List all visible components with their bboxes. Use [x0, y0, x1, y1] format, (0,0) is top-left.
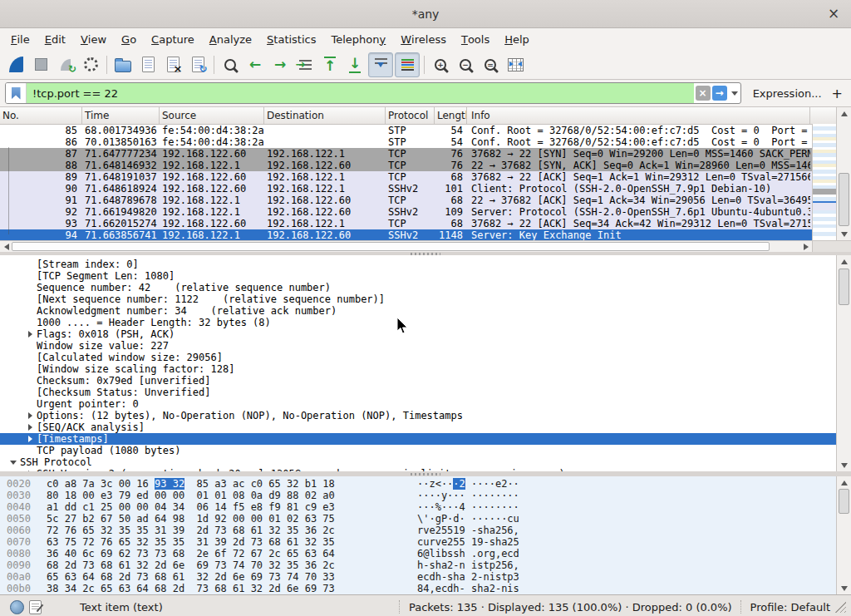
packet-row-92[interactable]: 92 71.661949820 192.168.122.1 192.168.12… [0, 206, 851, 218]
detail-line[interactable]: Checksum: 0x79ed [unverified] [0, 375, 851, 387]
capture-restart-button[interactable] [54, 53, 77, 76]
hex-ascii[interactable]: \'·gP·d· ······cu [417, 513, 519, 525]
resize-columns-button[interactable] [504, 53, 527, 76]
detail-line[interactable]: Window size value: 227 [0, 340, 851, 352]
hex-row[interactable]: 00a0 65 63 64 68 2d 73 68 61 32 2d 6e 69… [0, 571, 851, 583]
ascii[interactable]: ···%···4 ········ [417, 501, 519, 513]
hex-ascii[interactable]: 6@libssh .org,ecd [417, 548, 519, 559]
hex-row[interactable]: 0060 72 76 65 32 35 35 31 39 2d 73 68 61… [0, 525, 851, 536]
expression-button[interactable]: Expression... [753, 87, 822, 100]
colorize-button[interactable] [395, 52, 420, 77]
hex-row[interactable]: 0070 63 75 72 76 65 32 35 35 31 39 2d 73… [0, 536, 851, 548]
hex-row[interactable]: 0080 36 40 6c 69 62 73 73 68 2e 6f 72 67… [0, 548, 851, 559]
ascii[interactable]: 6@libssh .org,ecd [417, 548, 519, 559]
add-filter-button[interactable]: + [832, 86, 843, 101]
file-reload-button[interactable] [186, 53, 209, 76]
packet-row-90[interactable]: 90 71.648618924 192.168.122.60 192.168.1… [0, 183, 851, 195]
scroll-down-icon[interactable] [837, 229, 851, 240]
packet-row-94[interactable]: 94 71.663856741 192.168.122.1 192.168.12… [0, 229, 851, 241]
scroll-up-icon[interactable] [837, 107, 851, 119]
bytes[interactable]: a1 dd c1 25 00 00 04 34 06 14 f5 e8 f9 8… [47, 501, 335, 513]
resize-grip-icon[interactable] [835, 602, 846, 613]
intelligent-scrollbar-minimap[interactable] [812, 124, 837, 240]
hex-ascii[interactable]: h-sha2-n istp256, [417, 559, 519, 571]
filter-bookmark-button[interactable] [6, 83, 27, 103]
hex-bytes[interactable]: c0 a8 7a 3c 00 16 93 32 85 a3 ac c0 65 3… [47, 478, 342, 490]
hex-ascii[interactable]: 84,ecdh- sha2-nis [417, 583, 519, 594]
hex-row[interactable]: 0050 5c 27 b2 67 50 ad 64 98 1d 92 00 00… [0, 513, 851, 525]
menu-item-help[interactable]: Help [497, 28, 537, 50]
packet-row-91[interactable]: 91 71.648789678 192.168.122.1 192.168.12… [0, 195, 851, 206]
detail-line[interactable]: [Stream index: 0] [0, 259, 851, 270]
packet-list-hscrollbar[interactable] [0, 240, 812, 252]
hex-bytes[interactable]: 65 63 64 68 2d 73 68 61 32 2d 6e 69 73 7… [47, 571, 342, 583]
expert-info-icon[interactable] [10, 600, 24, 614]
go-last-button[interactable]: ↓ [343, 53, 366, 76]
packet-row-86[interactable]: 86 70.013850163 fe:54:00:d4:38:2a STP 54… [0, 136, 851, 148]
hex-bytes[interactable]: 72 76 65 32 35 35 31 39 2d 73 68 61 32 3… [47, 525, 342, 536]
detail-line[interactable]: Acknowledgment number: 34 (relative ack … [0, 305, 851, 317]
detail-line[interactable]: Flags: 0x018 (PSH, ACK) [0, 328, 851, 340]
ascii[interactable]: h-sha2-n istp256, [417, 559, 519, 571]
detail-line[interactable]: 1000 .... = Header Length: 32 bytes (8) [0, 317, 851, 328]
scrollbar-thumb[interactable] [839, 173, 849, 226]
column-header-time[interactable]: Time [82, 107, 160, 124]
hex-row[interactable]: 00b0 38 34 2c 65 63 64 68 2d 73 68 61 32… [0, 583, 851, 594]
scrollbar-thumb[interactable] [839, 269, 849, 305]
bytes[interactable]: 36 40 6c 69 62 73 73 68 2e 6f 72 67 2c 6… [47, 548, 335, 559]
ascii[interactable]: rve25519 -sha256, [417, 525, 519, 536]
detail-line[interactable]: SSH Protocol [0, 456, 851, 468]
expand-arrow[interactable] [7, 461, 20, 465]
column-header-no[interactable]: No. [0, 107, 82, 124]
capture-start-button[interactable] [4, 53, 27, 76]
hex-row[interactable]: 0020 c0 a8 7a 3c 00 16 93 32 85 a3 ac c0… [0, 478, 851, 490]
scroll-down-icon[interactable] [837, 583, 851, 594]
hex-bytes[interactable]: 63 75 72 76 65 32 35 35 31 39 2d 73 68 6… [47, 536, 342, 548]
file-open-button[interactable] [111, 53, 135, 76]
hex-ascii[interactable]: ···%···4 ········ [417, 501, 519, 513]
menu-item-file[interactable]: File [3, 28, 37, 50]
menu-item-analyze[interactable]: Analyze [202, 28, 259, 50]
bytes[interactable]: c0 a8 7a 3c 00 16 [47, 478, 155, 490]
column-header-length[interactable]: Length [435, 107, 467, 124]
hex-bytes[interactable]: 36 40 6c 69 62 73 73 68 2e 6f 72 67 2c 6… [47, 548, 342, 559]
capture-comment-icon[interactable] [29, 600, 42, 614]
zoom-100-button[interactable] [479, 53, 502, 76]
ascii[interactable]: ····y··· ········ [417, 490, 519, 501]
file-save-button[interactable] [136, 53, 160, 76]
ascii[interactable]: ··z<·· [417, 478, 453, 490]
packet-list-vscrollbar[interactable] [836, 107, 851, 240]
file-close-button[interactable] [161, 53, 184, 76]
packet-row-87[interactable]: 87 71.647777234 192.168.122.60 192.168.1… [0, 148, 851, 160]
hex-row[interactable]: 0040 a1 dd c1 25 00 00 04 34 06 14 f5 e8… [0, 501, 851, 513]
capture-options-button[interactable] [79, 53, 102, 76]
hex-bytes[interactable]: 68 2d 73 68 61 32 2d 6e 69 73 74 70 32 3… [47, 559, 342, 571]
column-header-source[interactable]: Source [160, 107, 264, 124]
detail-line[interactable]: [TCP Segment Len: 1080] [0, 270, 851, 282]
detail-line[interactable]: TCP payload (1080 bytes) [0, 445, 851, 456]
go-first-button[interactable]: ↑ [318, 53, 342, 76]
detail-line[interactable]: [Timestamps] [0, 433, 851, 445]
profile-button[interactable]: Profile: Default [750, 601, 830, 614]
bytes[interactable]: 72 76 65 32 35 35 31 39 2d 73 68 61 32 3… [47, 525, 335, 536]
ascii[interactable]: 84,ecdh- sha2-nis [417, 583, 519, 594]
column-header-info[interactable]: Info [467, 107, 810, 124]
detail-line[interactable]: Urgent pointer: 0 [0, 398, 851, 410]
menu-item-statistics[interactable]: Statistics [259, 28, 323, 50]
detail-line[interactable]: [Checksum Status: Unverified] [0, 387, 851, 398]
scroll-down-icon[interactable] [837, 460, 851, 471]
scrollbar-thumb[interactable] [12, 242, 770, 251]
packet-row-93[interactable]: 93 71.662015274 192.168.122.60 192.168.1… [0, 218, 851, 229]
menu-item-tools[interactable]: Tools [454, 28, 497, 50]
scrollbar-thumb[interactable] [839, 489, 849, 514]
zoom-out-button[interactable] [454, 53, 477, 76]
hex-ascii[interactable]: ····y··· ········ [417, 490, 519, 501]
go-back-button[interactable]: ← [243, 53, 267, 76]
hex-ascii[interactable]: curve255 19-sha25 [417, 536, 519, 548]
detail-line[interactable]: Options: (12 bytes), No-Operation (NOP),… [0, 410, 851, 421]
bytes[interactable]: 68 2d 73 68 61 32 2d 6e 69 73 74 70 32 3… [47, 559, 335, 571]
detail-line[interactable]: SSH Version 2 (encryption:chacha20-poly1… [0, 468, 851, 471]
packet-row-89[interactable]: 89 71.648191037 192.168.122.60 192.168.1… [0, 171, 851, 183]
expand-arrow[interactable] [23, 331, 37, 338]
expand-arrow[interactable] [23, 424, 37, 431]
